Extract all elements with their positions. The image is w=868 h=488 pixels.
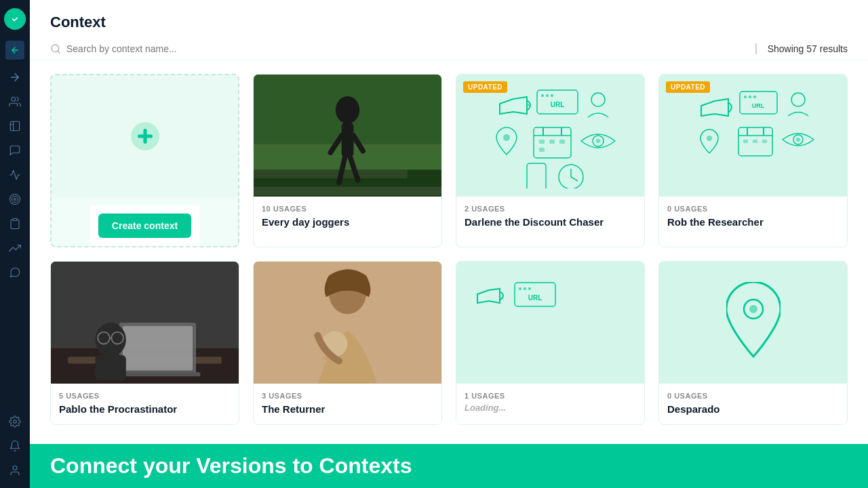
returner-image (254, 262, 441, 384)
sidebar-item-target[interactable] (5, 190, 24, 209)
cards-grid: Create context (50, 74, 848, 425)
svg-point-81 (524, 287, 526, 290)
create-context-card[interactable]: Create context (50, 74, 239, 247)
nav-forward-button[interactable] (5, 68, 24, 87)
app-logo[interactable] (4, 8, 26, 30)
nav-back-button[interactable] (5, 41, 24, 60)
svg-point-63 (796, 138, 800, 142)
sidebar-item-bell[interactable] (5, 436, 24, 455)
card-joggers[interactable]: 10 USAGES Every day joggers (253, 74, 442, 247)
search-bar: Showing 57 results (30, 38, 868, 60)
svg-line-10 (58, 51, 60, 53)
svg-rect-61 (762, 140, 767, 143)
svg-rect-37 (549, 140, 555, 144)
updated-badge: UPDATED (666, 81, 710, 93)
sidebar-item-clipboard[interactable] (5, 214, 24, 233)
svg-rect-60 (753, 140, 757, 143)
card-title: Pablo the Procrastinator (59, 403, 231, 416)
updated-badge: UPDATED (463, 81, 507, 93)
create-icon (128, 119, 162, 153)
sidebar-item-user[interactable] (5, 461, 24, 480)
sidebar-item-activity[interactable] (5, 165, 24, 184)
sidebar-item-users[interactable] (5, 92, 24, 111)
svg-rect-39 (539, 148, 545, 152)
card-title: Every day joggers (262, 216, 433, 229)
page-header: Context (30, 0, 868, 38)
card-usages: 2 USAGES (465, 205, 636, 213)
svg-point-49 (744, 96, 747, 98)
svg-rect-69 (123, 326, 193, 370)
svg-point-3 (10, 195, 20, 205)
svg-text:URL: URL (528, 294, 542, 302)
card-ctx3[interactable]: URL 1 USAGES Loading... (456, 261, 645, 425)
svg-rect-38 (559, 140, 565, 144)
card-title: Desparado (667, 403, 839, 416)
results-count: Showing 57 results (755, 43, 848, 54)
card-title: Darlene the Discount Chaser (465, 216, 636, 229)
svg-rect-68 (115, 372, 200, 376)
card-darlene[interactable]: UPDATED (456, 74, 645, 247)
sidebar-item-chat[interactable] (5, 141, 24, 160)
svg-rect-42 (527, 163, 546, 188)
svg-point-50 (749, 96, 751, 98)
card-usages: 1 USAGES (465, 392, 636, 400)
svg-point-54 (707, 136, 712, 141)
bottom-banner: Connect your Versions to Contexts (30, 444, 868, 488)
svg-rect-36 (539, 140, 545, 144)
svg-point-7 (14, 420, 17, 424)
sidebar-item-trending[interactable] (5, 239, 24, 258)
banner-text: Connect your Versions to Contexts (50, 453, 412, 479)
desparado-icons (726, 282, 781, 363)
svg-text:URL: URL (550, 101, 564, 108)
card-returner[interactable]: 3 USAGES The Returner (253, 261, 442, 425)
svg-rect-6 (13, 219, 17, 221)
svg-point-41 (596, 139, 600, 143)
svg-rect-15 (254, 187, 441, 196)
svg-point-27 (546, 94, 549, 97)
svg-point-82 (528, 287, 531, 290)
svg-rect-71 (95, 355, 125, 381)
svg-rect-18 (342, 123, 354, 157)
svg-point-30 (591, 93, 605, 106)
svg-point-4 (12, 197, 18, 203)
svg-point-80 (519, 287, 521, 290)
svg-point-53 (791, 93, 805, 106)
svg-point-5 (14, 199, 16, 201)
ctx3-icons: URL (467, 272, 589, 374)
rob-icons: URL (686, 83, 821, 188)
card-pablo[interactable]: 5 USAGES Pablo the Procrastinator (50, 261, 239, 425)
svg-rect-2 (10, 121, 20, 131)
search-input[interactable] (66, 43, 745, 54)
svg-point-24 (528, 104, 530, 106)
svg-text:URL: URL (751, 102, 764, 109)
svg-point-70 (95, 323, 125, 357)
sidebar (0, 0, 30, 488)
pablo-image (51, 262, 239, 384)
svg-point-85 (749, 305, 757, 313)
card-usages: 0 USAGES (667, 205, 839, 213)
svg-rect-59 (743, 140, 748, 143)
card-usages: 10 USAGES (262, 205, 433, 213)
search-icon (50, 43, 61, 54)
card-usages: 5 USAGES (59, 392, 231, 400)
card-usages: 0 USAGES (667, 392, 839, 400)
main-content: Context Showing 57 results Crea (30, 0, 868, 488)
card-title: Rob the Researcher (667, 216, 839, 229)
card-usages: 3 USAGES (262, 392, 433, 400)
create-context-button[interactable]: Create context (98, 214, 191, 238)
darlene-icons: URL (483, 83, 618, 188)
svg-point-51 (753, 96, 756, 98)
svg-point-17 (336, 96, 359, 123)
svg-point-8 (13, 466, 17, 470)
sidebar-item-messages[interactable] (5, 263, 24, 282)
svg-point-1 (12, 97, 16, 101)
svg-rect-16 (254, 169, 408, 178)
sidebar-item-settings[interactable] (5, 412, 24, 431)
card-title: The Returner (262, 403, 433, 416)
page-title: Context (50, 14, 848, 31)
sidebar-item-save[interactable] (5, 117, 24, 136)
card-title: Loading... (465, 403, 636, 414)
card-desparado[interactable]: 0 USAGES Desparado (658, 261, 848, 425)
svg-point-28 (551, 94, 553, 97)
card-rob[interactable]: UPDATED (658, 74, 848, 247)
